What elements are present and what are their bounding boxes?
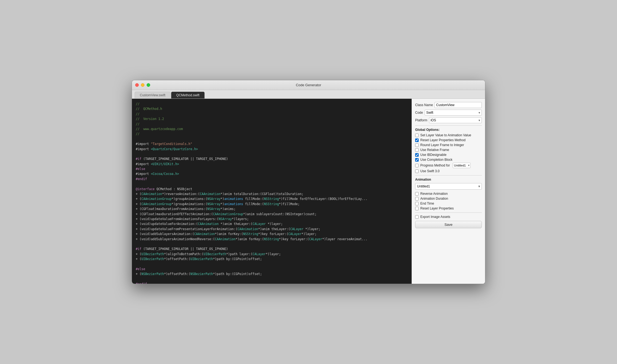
animation-select[interactable]: Untitled1 — [415, 183, 482, 190]
main-area: // // QCMethod.h // // Version 1.2 // //… — [132, 99, 485, 284]
sidebar: Class Name Code Swift Objective-C ▼ Plat… — [412, 99, 485, 284]
code-label: Code — [415, 111, 423, 115]
global-options-title: Global Options: — [415, 128, 482, 132]
divider-1 — [415, 125, 482, 126]
export-assets-checkbox[interactable] — [415, 215, 419, 219]
maximize-button[interactable] — [147, 83, 150, 87]
tabs-bar: CustomView.swift QCMethod.swift — [132, 90, 485, 99]
option-ibdesignable-checkbox[interactable] — [415, 153, 419, 157]
option-completion-label: Use Completion Block — [420, 158, 452, 162]
option-swift3: Use Swift 3.0 — [415, 169, 482, 173]
option-progress: Progress Method for Untitled1 ▼ — [415, 163, 482, 168]
export-row: Export Image Assets — [415, 215, 482, 219]
option-swift3-label: Use Swift 3.0 — [420, 169, 440, 173]
anim-endtime-checkbox[interactable] — [415, 202, 419, 205]
tab-qcmethod[interactable]: QCMethod.swift — [171, 92, 205, 98]
platform-select[interactable]: iOS macOS — [429, 117, 482, 123]
anim-duration: Animation Duration — [415, 197, 482, 200]
option-progress-checkbox[interactable] — [415, 164, 419, 167]
option-relative-frame: Use Relative Frame — [415, 148, 482, 152]
option-reset-layer-checkbox[interactable] — [415, 138, 419, 142]
anim-duration-checkbox[interactable] — [415, 197, 419, 200]
anim-reverse: Reverse Animation — [415, 192, 482, 196]
progress-select[interactable]: Untitled1 — [453, 163, 471, 168]
option-reset-layer: Reset Layer Properties Method — [415, 138, 482, 142]
option-completion: Use Completion Block — [415, 158, 482, 162]
code-select-wrap: Swift Objective-C ▼ — [425, 110, 482, 116]
class-name-input[interactable] — [434, 102, 482, 108]
option-round-frame: Round Layer Frame to Integer — [415, 143, 482, 147]
anim-endtime: End Time — [415, 202, 482, 205]
option-relative-frame-checkbox[interactable] — [415, 148, 419, 152]
option-progress-label: Progress Method for — [420, 164, 450, 167]
option-set-layer: Set Layer Value to Animation Value — [415, 133, 482, 137]
option-ibdesignable: Use IBDesignable — [415, 153, 482, 157]
option-set-layer-label: Set Layer Value to Animation Value — [420, 133, 471, 137]
code-content: // // QCMethod.h // // Version 1.2 // //… — [136, 101, 408, 284]
class-name-row: Class Name — [415, 102, 482, 108]
platform-select-wrap: iOS macOS ▼ — [429, 117, 482, 123]
anim-duration-label: Animation Duration — [420, 197, 448, 200]
code-row: Code Swift Objective-C ▼ — [415, 110, 482, 116]
progress-select-wrap: Untitled1 ▼ — [453, 163, 471, 168]
option-reset-layer-label: Reset Layer Properties Method — [420, 138, 465, 142]
window-title: Code Generator — [296, 83, 321, 87]
anim-reverse-checkbox[interactable] — [415, 192, 419, 196]
platform-row: Platform iOS macOS ▼ — [415, 117, 482, 123]
anim-resetlayer-checkbox[interactable] — [415, 207, 419, 210]
export-assets-label: Export Image Assets — [420, 215, 450, 219]
option-round-frame-checkbox[interactable] — [415, 143, 419, 147]
anim-reverse-label: Reverse Animation — [420, 192, 448, 196]
divider-3 — [415, 212, 482, 213]
option-completion-checkbox[interactable] — [415, 158, 419, 162]
window-controls — [135, 83, 150, 87]
platform-label: Platform — [415, 118, 427, 122]
minimize-button[interactable] — [141, 83, 144, 87]
anim-resetlayer-label: Reset Layer Properties — [420, 206, 454, 210]
divider-2 — [415, 175, 482, 175]
code-select[interactable]: Swift Objective-C — [425, 110, 482, 116]
option-relative-frame-label: Use Relative Frame — [420, 148, 449, 152]
tab-customview[interactable]: CustomView.swift — [135, 92, 171, 98]
option-round-frame-label: Round Layer Frame to Integer — [420, 143, 464, 147]
close-button[interactable] — [135, 83, 139, 87]
code-panel[interactable]: // // QCMethod.h // // Version 1.2 // //… — [132, 99, 412, 284]
class-name-label: Class Name — [415, 103, 433, 107]
anim-resetlayer: Reset Layer Properties — [415, 206, 482, 210]
option-ibdesignable-label: Use IBDesignable — [420, 153, 446, 157]
option-swift3-checkbox[interactable] — [415, 169, 419, 173]
option-set-layer-checkbox[interactable] — [415, 134, 419, 137]
main-window: Code Generator CustomView.swift QCMethod… — [132, 80, 485, 284]
anim-endtime-label: End Time — [420, 202, 434, 205]
save-button[interactable]: Save — [415, 221, 482, 228]
animation-select-wrap: Untitled1 ▼ — [415, 183, 482, 190]
animation-section-title: Animation — [415, 178, 482, 181]
titlebar: Code Generator — [132, 80, 485, 90]
